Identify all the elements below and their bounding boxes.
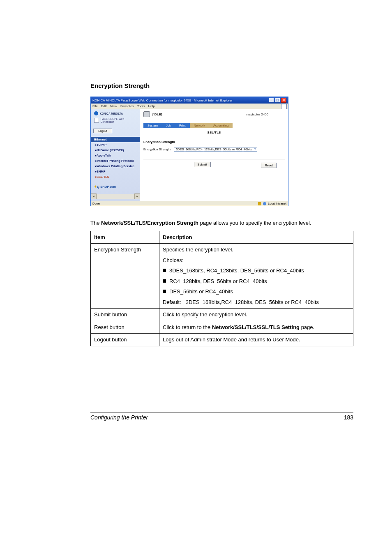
minimize-icon[interactable]: – bbox=[269, 98, 274, 103]
sidebar: KONICA MINOLTA PAGE SCOPE Web Connection… bbox=[91, 109, 140, 201]
lock-icon bbox=[258, 202, 261, 205]
menu-favorites[interactable]: Favorites bbox=[120, 104, 134, 108]
sidebar-item-winprint[interactable]: ▸Windows Printing Service bbox=[91, 164, 140, 169]
maximize-icon[interactable]: ▢ bbox=[275, 98, 280, 103]
encryption-dropdown[interactable]: 3DES_168bits,RC4_128bits,DES_56bits or R… bbox=[174, 147, 257, 152]
printer-icon bbox=[143, 111, 150, 117]
status-zone: Local intranet bbox=[268, 202, 286, 205]
form-heading: Encryption Strength bbox=[143, 140, 175, 144]
main-subtitle: SSL/TLS bbox=[143, 131, 285, 134]
sidebar-list: Ethernet ▸TCP/IP ▸NetWare (IPX/SPX) ▸App… bbox=[91, 137, 140, 180]
tab-print[interactable]: Print bbox=[175, 123, 189, 128]
tab-network[interactable]: Network bbox=[190, 123, 210, 128]
encryption-field-label: Encryption Strength bbox=[143, 147, 171, 151]
cell-desc: Logs out of Administrator Mode and retur… bbox=[159, 334, 353, 346]
menu-file[interactable]: File bbox=[92, 104, 98, 108]
qshop-label: Q-SHOP.com bbox=[97, 185, 116, 189]
default-label: Default: bbox=[163, 299, 181, 305]
section-title: Encryption Strength bbox=[90, 82, 353, 89]
intro-suffix: page allows you to specify the encryptio… bbox=[198, 220, 311, 226]
choices-label: Choices: bbox=[163, 257, 350, 264]
cell-desc: Click to return to the Network/SSL/TLS/S… bbox=[159, 321, 353, 334]
tab-system[interactable]: System bbox=[143, 123, 162, 128]
intro-strong: Network/SSL/TLS/Encryption Strength bbox=[101, 220, 198, 226]
description-table: Item Description Encryption Strength Spe… bbox=[90, 231, 353, 346]
brand-line1: KONICA MINOLTA bbox=[100, 112, 123, 115]
intro-text: The Network/SSL/TLS/Encryption Strength … bbox=[90, 219, 353, 227]
intro-prefix: The bbox=[90, 220, 101, 226]
cell-item: Submit button bbox=[91, 309, 159, 321]
sidebar-item-appletalk[interactable]: ▸AppleTalk bbox=[91, 153, 140, 158]
choice-item: RC4_128bits, DES_56bits or RC4_40bits bbox=[163, 278, 350, 285]
footer-page-number: 183 bbox=[344, 414, 353, 421]
default-value: 3DES_168bits,RC4_128bits, DES_56bits or … bbox=[186, 299, 319, 305]
sidebar-scrollbar[interactable]: ◄ ► bbox=[91, 194, 140, 199]
table-row: Submit button Click to specify the encry… bbox=[91, 309, 353, 321]
tab-accounting[interactable]: Accounting bbox=[209, 123, 233, 128]
cell-item: Reset button bbox=[91, 321, 159, 334]
model-label: magicolor 2450 bbox=[246, 113, 268, 116]
window-title: KONICA MINOLTA PageScope Web Connection … bbox=[92, 99, 233, 102]
close-icon[interactable]: ✕ bbox=[281, 98, 286, 103]
menu-tools[interactable]: Tools bbox=[137, 104, 145, 108]
menu-help[interactable]: Help bbox=[148, 104, 154, 108]
km-logo-icon bbox=[94, 111, 98, 115]
sidebar-item-tcpip[interactable]: ▸TCP/IP bbox=[91, 142, 140, 147]
titlebar: KONICA MINOLTA PageScope Web Connection … bbox=[91, 97, 288, 104]
choice-item: DES_56bits or RC4_40bits bbox=[163, 288, 350, 295]
scroll-right-icon[interactable]: ► bbox=[134, 193, 140, 199]
table-row: Logout button Logs out of Administrator … bbox=[91, 334, 353, 346]
menu-view[interactable]: View bbox=[110, 104, 117, 108]
page-footer: Configuring the Printer 183 bbox=[90, 412, 353, 421]
submit-button[interactable]: Submit bbox=[194, 162, 211, 167]
desc-prefix: Click to return to the bbox=[163, 324, 212, 330]
tab-job[interactable]: Job bbox=[162, 123, 175, 128]
cell-item: Logout button bbox=[91, 334, 159, 346]
scroll-left-icon[interactable]: ◄ bbox=[91, 193, 97, 199]
th-description: Description bbox=[159, 231, 353, 244]
table-row: Reset button Click to return to the Netw… bbox=[91, 321, 353, 334]
desc-lead: Specifies the encryption level. bbox=[163, 246, 350, 253]
browser-window: KONICA MINOLTA PageScope Web Connection … bbox=[90, 97, 288, 206]
sidebar-header: Ethernet bbox=[91, 137, 140, 142]
logout-button[interactable]: Logout bbox=[93, 129, 112, 133]
cell-item: Encryption Strength bbox=[91, 244, 159, 309]
status-idle: [IDLE] bbox=[152, 113, 162, 116]
reset-button[interactable]: Reset bbox=[261, 163, 277, 168]
pagescope-icon bbox=[94, 118, 99, 123]
sidebar-item-ipp[interactable]: ▸Internet Printing Protocol bbox=[91, 158, 140, 164]
footer-left: Configuring the Printer bbox=[90, 414, 148, 421]
globe-icon bbox=[263, 202, 266, 205]
main-tabs: System Job Print Network Accounting bbox=[143, 123, 285, 128]
sidebar-item-netware[interactable]: ▸NetWare (IPX/SPX) bbox=[91, 147, 140, 153]
cell-desc: Click to specify the encryption level. bbox=[159, 309, 353, 321]
qshop-link[interactable]: ✦Q-SHOP.com bbox=[94, 185, 138, 189]
status-done: Done bbox=[92, 202, 100, 205]
th-item: Item bbox=[91, 231, 159, 244]
brand-line2: PAGE SCOPE Web Connection bbox=[101, 117, 138, 123]
sidebar-item-ssltls[interactable]: ▸SSL/TLS bbox=[91, 174, 140, 180]
cell-desc: Specifies the encryption level. Choices:… bbox=[159, 244, 353, 309]
table-row: Encryption Strength Specifies the encryp… bbox=[91, 244, 353, 309]
choice-item: 3DES_168bits, RC4_128bits, DES_56bits or… bbox=[163, 267, 350, 274]
statusbar: Done Local intranet bbox=[91, 201, 288, 206]
desc-suffix: page. bbox=[300, 324, 314, 330]
menu-edit[interactable]: Edit bbox=[101, 104, 107, 108]
desc-strong: Network/SSL/TLS/SSL/TLS Setting bbox=[212, 324, 300, 330]
scroll-track[interactable] bbox=[97, 194, 134, 199]
main-panel: [IDLE] magicolor 2450 System Job Print N… bbox=[140, 109, 288, 201]
sidebar-item-snmp[interactable]: ▸SNMP bbox=[91, 169, 140, 174]
menubar: File Edit View Favorites Tools Help bbox=[91, 104, 288, 109]
